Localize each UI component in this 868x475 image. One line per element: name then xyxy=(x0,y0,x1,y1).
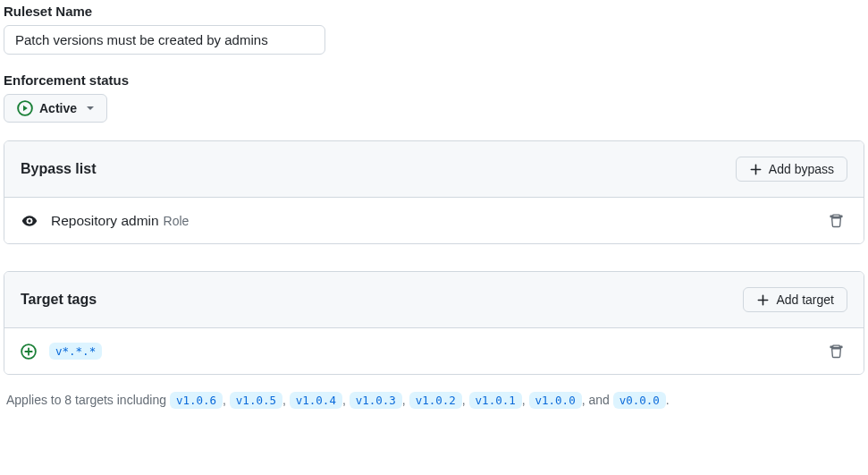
eye-icon xyxy=(21,212,38,230)
footer-tag-chip: v0.0.0 xyxy=(613,392,666,409)
enforcement-label: Enforcement status xyxy=(4,72,864,88)
ruleset-name-label: Ruleset Name xyxy=(4,4,864,19)
plus-circle-icon xyxy=(21,344,37,360)
bypass-panel-header: Bypass list Add bypass xyxy=(4,141,864,198)
targets-panel-header: Target tags Add target xyxy=(4,272,864,328)
add-bypass-button[interactable]: Add bypass xyxy=(736,157,847,182)
targets-footer: Applies to 8 targets including v1.0.6, v… xyxy=(4,382,864,419)
footer-tag-list: v1.0.6, v1.0.5, v1.0.4, v1.0.3, v1.0.2, … xyxy=(170,393,670,407)
delete-target-button[interactable] xyxy=(825,340,847,362)
footer-prefix: Applies to 8 targets including xyxy=(6,393,166,407)
add-bypass-label: Add bypass xyxy=(769,162,834,176)
footer-tag-chip: v1.0.4 xyxy=(290,392,342,409)
footer-tag-chip: v1.0.5 xyxy=(230,392,282,409)
bypass-row: Repository adminRole xyxy=(4,198,864,243)
target-row-left: v*.*.* xyxy=(21,343,102,360)
footer-tag-chip: v1.0.3 xyxy=(350,392,402,409)
bypass-item-name: Repository adminRole xyxy=(51,213,189,229)
svg-point-2 xyxy=(28,219,30,222)
bypass-title: Bypass list xyxy=(21,161,96,177)
add-target-button[interactable]: Add target xyxy=(743,287,847,312)
enforcement-status-button[interactable]: Active xyxy=(4,94,107,123)
trash-icon xyxy=(829,344,844,359)
targets-title: Target tags xyxy=(21,292,97,308)
target-pattern-chip[interactable]: v*.*.* xyxy=(49,343,102,360)
ruleset-name-input[interactable] xyxy=(4,25,325,55)
play-circle-icon xyxy=(17,100,33,116)
ruleset-name-section: Ruleset Name xyxy=(4,4,864,55)
add-target-label: Add target xyxy=(776,293,834,307)
target-row: v*.*.* xyxy=(4,328,864,374)
plus-icon xyxy=(756,293,770,307)
bypass-row-left: Repository adminRole xyxy=(21,212,189,230)
enforcement-section: Enforcement status Active xyxy=(4,72,864,123)
targets-panel: Target tags Add target v*.*.* xyxy=(4,271,864,375)
footer-tag-chip: v1.0.1 xyxy=(469,392,522,409)
footer-tag-chip: v1.0.2 xyxy=(409,392,462,409)
footer-tag-chip: v1.0.6 xyxy=(170,392,223,409)
trash-icon xyxy=(829,213,844,228)
bypass-panel: Bypass list Add bypass Repository adminR… xyxy=(4,140,864,244)
enforcement-status-text: Active xyxy=(39,101,77,115)
footer-tag-chip: v1.0.0 xyxy=(529,392,582,409)
plus-icon xyxy=(749,163,763,176)
delete-bypass-button[interactable] xyxy=(825,209,847,232)
chevron-down-icon xyxy=(87,106,94,110)
bypass-item-meta: Role xyxy=(164,214,190,228)
